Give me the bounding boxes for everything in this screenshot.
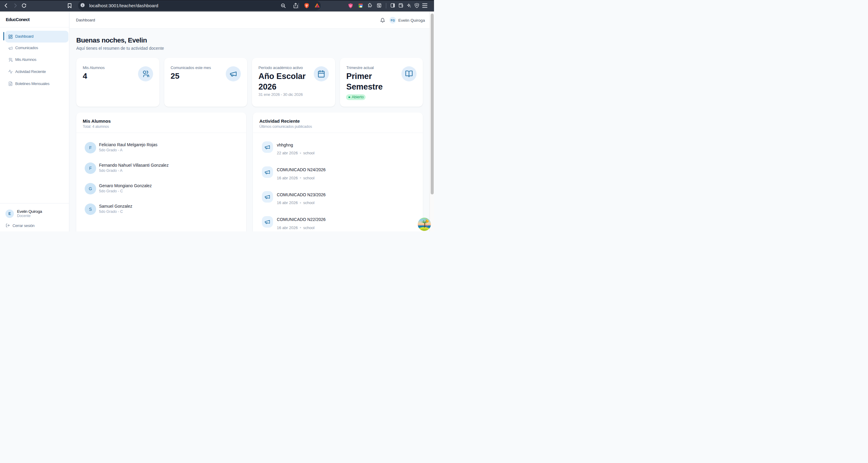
svg-text:U: U <box>350 4 351 7</box>
